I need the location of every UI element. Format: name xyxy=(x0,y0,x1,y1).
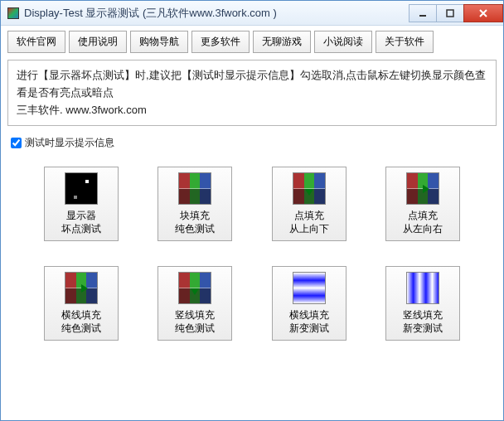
point-topdown-icon xyxy=(293,172,326,205)
notice-line2: 三丰软件. www.3fwork.com xyxy=(17,102,487,119)
hline-gradient-icon xyxy=(293,272,326,304)
test-vline-solid-button[interactable]: 竖线填充 纯色测试 xyxy=(158,266,232,341)
toolbar-help-button[interactable]: 使用说明 xyxy=(69,31,127,53)
close-button[interactable] xyxy=(463,4,503,22)
toolbar-shopping-button[interactable]: 购物导航 xyxy=(130,31,188,53)
block-fill-icon xyxy=(178,172,211,205)
test-label: 横线填充 新变测试 xyxy=(289,309,329,335)
notice-box: 进行【显示器坏点测试】时,建议把【测试时显示提示信息】勾选取消,点击鼠标左键切换… xyxy=(7,60,497,126)
maximize-button[interactable] xyxy=(436,4,464,22)
window-controls xyxy=(410,4,503,22)
show-hints-input[interactable] xyxy=(11,138,22,148)
titlebar[interactable]: Display-Test 显示器测试 (三凡软件www.3fwork.com ) xyxy=(1,1,503,26)
dead-pixel-icon xyxy=(65,172,98,205)
app-icon xyxy=(7,7,19,19)
test-block-fill-button[interactable]: 块填充 纯色测试 xyxy=(158,167,232,241)
window-title: Display-Test 显示器测试 (三凡软件www.3fwork.com ) xyxy=(24,6,410,21)
notice-line1: 进行【显示器坏点测试】时,建议把【测试时显示提示信息】勾选取消,点击鼠标左键切换… xyxy=(17,67,487,102)
vline-solid-icon xyxy=(178,272,211,304)
show-hints-checkbox[interactable]: 测试时显示提示信息 xyxy=(11,136,497,150)
test-point-topdown-button[interactable]: 点填充 从上向下 xyxy=(272,167,346,241)
vline-gradient-icon xyxy=(406,272,439,304)
toolbar-about-button[interactable]: 关于软件 xyxy=(376,31,434,53)
test-hline-gradient-button[interactable]: 横线填充 新变测试 xyxy=(272,266,346,341)
test-point-leftright-button[interactable]: 点填充 从左向右 xyxy=(385,167,460,241)
test-grid: 显示器 坏点测试 块填充 纯色测试 点填充 从上向下 点填充 从左向右 横线填充… xyxy=(7,167,497,341)
app-window: Display-Test 显示器测试 (三凡软件www.3fwork.com )… xyxy=(0,0,504,421)
toolbar: 软件官网 使用说明 购物导航 更多软件 无聊游戏 小说阅读 关于软件 xyxy=(7,31,497,53)
toolbar-games-button[interactable]: 无聊游戏 xyxy=(253,31,311,53)
test-label: 显示器 坏点测试 xyxy=(61,210,101,235)
test-vline-gradient-button[interactable]: 竖线填充 新变测试 xyxy=(385,266,460,341)
minimize-button[interactable] xyxy=(409,4,437,22)
test-label: 点填充 从左向右 xyxy=(403,210,443,235)
hline-solid-icon xyxy=(65,272,98,304)
test-label: 点填充 从上向下 xyxy=(289,210,329,235)
test-label: 横线填充 纯色测试 xyxy=(61,309,101,335)
svg-rect-0 xyxy=(419,15,426,17)
test-label: 竖线填充 纯色测试 xyxy=(175,309,215,335)
toolbar-novels-button[interactable]: 小说阅读 xyxy=(314,31,372,53)
toolbar-more-software-button[interactable]: 更多软件 xyxy=(191,31,250,53)
content-area: 软件官网 使用说明 购物导航 更多软件 无聊游戏 小说阅读 关于软件 进行【显示… xyxy=(1,26,503,347)
test-hline-solid-button[interactable]: 横线填充 纯色测试 xyxy=(44,266,119,341)
test-label: 块填充 纯色测试 xyxy=(175,210,215,235)
test-label: 竖线填充 新变测试 xyxy=(403,309,443,335)
svg-rect-1 xyxy=(447,10,453,17)
test-dead-pixel-button[interactable]: 显示器 坏点测试 xyxy=(44,167,119,241)
point-leftright-icon xyxy=(406,172,439,205)
toolbar-website-button[interactable]: 软件官网 xyxy=(7,31,65,53)
show-hints-label: 测试时显示提示信息 xyxy=(25,136,114,150)
